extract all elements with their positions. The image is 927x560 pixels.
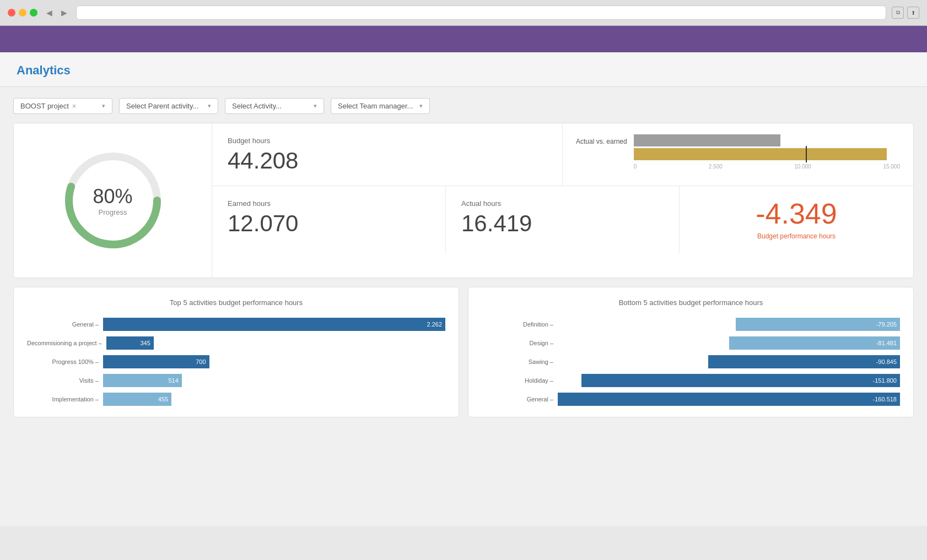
list-item: Implementation – 455 [27,393,445,406]
axis-labels: 0 2.500 10.000 15.000 [634,164,900,170]
bottom-charts-row: Top 5 activities budget performance hour… [13,287,914,417]
bottom-right-grid: Earned hours 12.070 Actual hours 16.419 … [212,186,913,253]
project-select[interactable]: BOOST project × ▾ [13,98,112,114]
maximize-button[interactable] [30,9,37,17]
top-right-grid: Budget hours 44.208 Actual vs. earned [212,123,913,186]
project-select-value: BOOST project [20,102,69,110]
progress-percent: 80% [93,185,132,208]
list-item: Decommisioning a project – 345 [27,336,445,350]
list-item: General – 2.262 [27,318,445,331]
budget-hours-card: Budget hours 44.208 [212,123,563,186]
page-title: Analytics [17,63,910,78]
axis-15000: 15.000 [883,164,900,170]
bar-fill: -90.845 [708,355,900,368]
actual-vs-earned-bars: 0 2.500 10.000 15.000 [634,134,900,170]
bar-fill: -79.205 [736,318,900,331]
bar-track: -90.845 [558,355,900,368]
stats-top-grid: 80% Progress Budget hours 44.208 [14,123,913,278]
bar-track: -81.481 [558,336,900,350]
list-item: Visits – 514 [27,374,445,387]
parent-activity-placeholder: Select Parent activity... [126,102,198,110]
actual-hours-card: Actual hours 16.419 [446,186,680,253]
window-buttons: ⧉ ⬆ [892,7,919,19]
budget-hours-value: 44.208 [228,149,547,172]
browser-chrome: ◀ ▶ ⧉ ⬆ [0,0,927,26]
bar-track: -79.205 [558,318,900,331]
earned-hours-label: Earned hours [228,199,430,208]
app-window: Analytics BOOST project × ▾ Select Paren… [0,52,927,526]
address-bar[interactable] [76,6,886,20]
bar-track: 345 [106,336,445,350]
axis-10000: 10.000 [794,164,811,170]
share-window-button[interactable]: ⬆ [907,7,919,19]
bar-value: 345 [141,340,150,346]
bar-track: 514 [103,374,445,387]
bar-value: 700 [196,358,206,365]
bar-fill: -160.518 [558,393,900,406]
restore-window-button[interactable]: ⧉ [892,7,904,19]
bar-track: 455 [103,393,445,406]
page-header: Analytics [0,52,927,87]
list-item: Holdiday – -151.800 [482,374,900,387]
budget-perf-value: -4.349 [756,199,837,228]
bar-value: -160.518 [873,396,897,403]
earned-bar [634,134,780,146]
bar-track: -151.800 [558,374,900,387]
bar-fill: 455 [103,393,171,406]
forward-button[interactable]: ▶ [58,7,71,18]
bar-label: Implementation – [27,396,99,403]
top5-chart-card: Top 5 activities budget performance hour… [13,287,459,417]
bar-track: 2.262 [103,318,445,331]
bar-fill: -81.481 [729,336,901,350]
bar-label: General – [27,321,99,328]
activity-select[interactable]: Select Activity... ▾ [225,98,324,114]
actual-hours-label: Actual hours [461,199,664,208]
donut-label: 80% Progress [93,185,132,216]
axis-0: 0 [634,164,637,170]
earned-hours-card: Earned hours 12.070 [212,186,446,253]
bottom5-bar-chart: Definition – -79.205 Design – -81.481 [482,318,900,406]
bar-track: -160.518 [558,393,900,406]
parent-activity-select[interactable]: Select Parent activity... ▾ [119,98,218,114]
list-item: Progress 100% – 700 [27,355,445,368]
bar-label: Holdiday – [482,377,553,384]
actual-bar [634,148,887,160]
bottom5-chart-card: Bottom 5 activities budget performance h… [468,287,914,417]
nav-buttons: ◀ ▶ [43,7,71,18]
bar-value: -81.481 [876,340,897,346]
content-area: BOOST project × ▾ Select Parent activity… [0,87,927,428]
bar-track: 700 [103,355,445,368]
top5-bar-chart: General – 2.262 Decommisioning a project… [27,318,445,406]
actual-vs-earned-card: Actual vs. earned [563,123,913,186]
team-manager-select[interactable]: Select Team manager... ▾ [331,98,430,114]
parent-activity-arrow-icon: ▾ [208,102,211,110]
bar-label: Visits – [27,377,99,384]
bar-value: -151.800 [873,377,897,384]
back-button[interactable]: ◀ [43,7,56,18]
filter-row: BOOST project × ▾ Select Parent activity… [13,98,914,114]
budget-hours-label: Budget hours [228,137,547,145]
team-manager-placeholder: Select Team manager... [338,102,413,110]
bar-label: Progress 100% – [27,358,99,365]
app-header-bar [0,26,927,52]
list-item: Definition – -79.205 [482,318,900,331]
budget-perf-label: Budget performance hours [757,232,836,240]
traffic-lights [8,9,37,17]
bar-value: 455 [158,396,168,403]
bar-value: -79.205 [876,321,897,328]
actual-hours-value: 16.419 [461,212,664,235]
bar-fill: 345 [106,336,154,350]
actual-vs-earned-label: Actual vs. earned [576,134,627,145]
list-item: Design – -81.481 [482,336,900,350]
budget-perf-card: -4.349 Budget performance hours [680,186,913,253]
team-manager-arrow-icon: ▾ [419,102,423,110]
close-button[interactable] [8,9,15,17]
right-stats-column: Budget hours 44.208 Actual vs. earned [212,123,913,278]
axis-2500: 2.500 [709,164,723,170]
project-clear-icon[interactable]: × [72,102,76,110]
main-stats-container: 80% Progress Budget hours 44.208 [13,123,914,278]
top5-chart-title: Top 5 activities budget performance hour… [27,298,445,307]
earned-hours-value: 12.070 [228,212,430,235]
list-item: General – -160.518 [482,393,900,406]
minimize-button[interactable] [19,9,26,17]
